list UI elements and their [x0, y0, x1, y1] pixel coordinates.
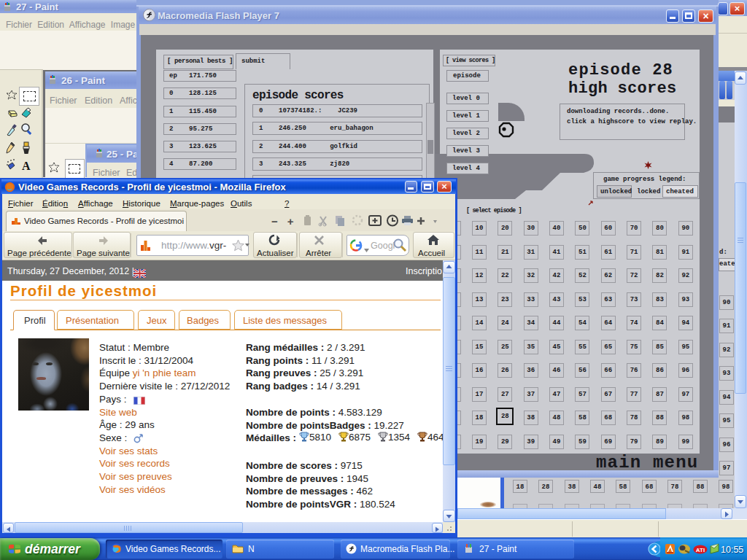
- svg-text:ATI: ATI: [696, 547, 705, 553]
